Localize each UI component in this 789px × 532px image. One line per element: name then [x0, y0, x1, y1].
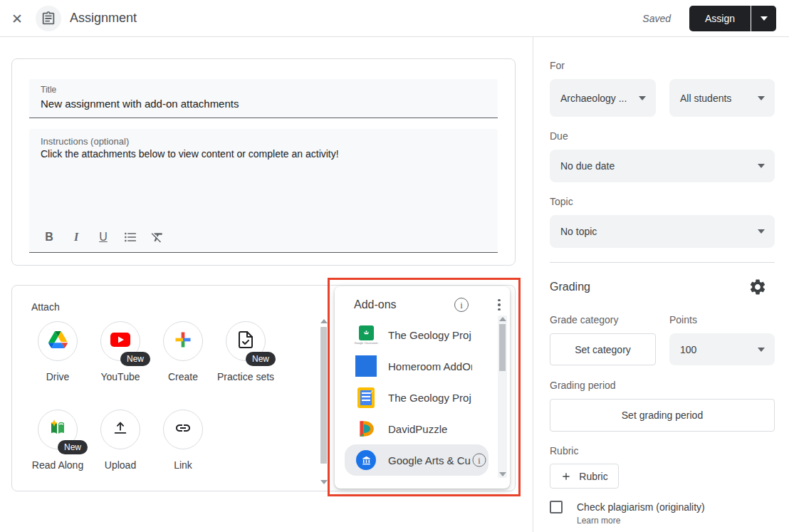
- students-select[interactable]: All students: [669, 79, 775, 117]
- addon-item-davidpuzzle[interactable]: DavidPuzzle: [345, 413, 488, 444]
- chevron-down-icon: [758, 164, 765, 168]
- close-icon[interactable]: ✕: [9, 10, 26, 27]
- attach-section-label: Attach: [31, 301, 60, 313]
- scrollbar-thumb[interactable]: [320, 327, 327, 464]
- assign-split-button: Assign: [689, 6, 776, 31]
- chevron-down-icon: [758, 229, 765, 234]
- top-bar: ✕ Assignment Saved Assign: [0, 0, 789, 37]
- assignment-icon: [36, 6, 61, 31]
- addons-scrollbar[interactable]: [498, 315, 507, 478]
- title-input[interactable]: Title New assignment with add-on attachm…: [29, 79, 498, 118]
- for-label: For: [550, 60, 565, 71]
- addon-item-label: Google Arts & Cu: [388, 454, 471, 466]
- attach-option-create[interactable]: Create: [149, 321, 217, 384]
- students-select-value: All students: [680, 93, 731, 104]
- scroll-down-icon[interactable]: [320, 480, 328, 484]
- addon-info-icon[interactable]: [472, 454, 486, 467]
- add-rubric-label: Rubric: [579, 471, 607, 482]
- addon-item-arts-culture[interactable]: Google Arts & Cu: [345, 444, 488, 476]
- page-title: Assignment: [70, 11, 137, 26]
- plus-icon: [560, 471, 572, 482]
- points-value: 100: [680, 344, 696, 355]
- due-date-value: No due date: [560, 160, 615, 172]
- attach-option-link[interactable]: Link: [149, 410, 217, 472]
- class-select[interactable]: Archaeology ...: [550, 79, 656, 117]
- bold-icon[interactable]: B: [41, 229, 58, 246]
- addon-item-label: DavidPuzzle: [388, 423, 447, 435]
- clear-formatting-icon[interactable]: [149, 229, 166, 246]
- attach-option-label: Upload: [86, 458, 155, 472]
- classroom-icon: Google Classroom: [355, 325, 377, 345]
- attach-option-read-along[interactable]: New Read Along: [23, 410, 92, 472]
- chevron-down-icon: [639, 96, 646, 100]
- bulleted-list-icon[interactable]: [122, 229, 139, 246]
- scroll-down-icon[interactable]: [499, 472, 506, 476]
- attach-option-label: Drive: [23, 370, 92, 384]
- addons-info-icon[interactable]: [454, 298, 469, 312]
- due-label: Due: [550, 130, 568, 142]
- format-toolbar: B I U: [41, 229, 166, 246]
- attach-option-drive[interactable]: Drive: [23, 321, 92, 384]
- addon-item-label: Homeroom AddOn: [388, 360, 472, 372]
- set-category-button[interactable]: Set category: [550, 333, 656, 365]
- topic-select[interactable]: No topic: [550, 215, 775, 248]
- addon-item-homeroom[interactable]: Homeroom AddOn: [345, 350, 488, 382]
- clipboard-icon: ✓: [355, 387, 377, 408]
- scroll-up-icon[interactable]: [499, 317, 506, 321]
- set-grading-period-label: Set grading period: [622, 410, 703, 421]
- blue-square-icon: [355, 355, 377, 377]
- plagiarism-checkbox[interactable]: [550, 501, 563, 513]
- drive-icon: [48, 331, 68, 351]
- add-rubric-button[interactable]: Rubric: [550, 464, 619, 489]
- attach-option-label: YouTube: [86, 370, 155, 384]
- chevron-down-icon: [758, 96, 765, 100]
- italic-icon[interactable]: I: [68, 229, 85, 246]
- points-select[interactable]: 100: [669, 333, 775, 365]
- due-date-select[interactable]: No due date: [550, 150, 775, 182]
- points-label: Points: [669, 314, 697, 325]
- set-category-label: Set category: [575, 344, 631, 355]
- learn-more-link[interactable]: Learn more: [577, 516, 620, 526]
- addons-overflow-menu-icon[interactable]: [492, 297, 506, 313]
- grading-section-title: Grading: [550, 281, 590, 293]
- attach-option-youtube[interactable]: New YouTube: [86, 321, 155, 384]
- link-icon: [174, 419, 192, 439]
- topic-value: No topic: [560, 226, 597, 237]
- topic-label: Topic: [550, 196, 573, 207]
- attach-scrollbar[interactable]: [320, 318, 328, 486]
- d-logo-icon: [355, 419, 377, 438]
- assign-dropdown-button[interactable]: [751, 6, 776, 31]
- attach-option-upload[interactable]: Upload: [86, 410, 155, 472]
- scrollbar-thumb[interactable]: [499, 324, 506, 371]
- instructions-input[interactable]: Instructions (optional) Click the attach…: [29, 129, 498, 253]
- read-along-icon: [48, 419, 68, 440]
- practice-sets-icon: [237, 330, 254, 352]
- museum-icon: [355, 450, 377, 470]
- title-input-label: Title: [41, 85, 486, 95]
- addon-item-geology-1[interactable]: Google Classroom The Geology Proj...: [345, 319, 488, 350]
- addon-item-label: The Geology Proj...: [388, 392, 472, 404]
- grading-divider: [550, 262, 775, 263]
- gear-icon[interactable]: [748, 278, 767, 296]
- underline-icon[interactable]: U: [95, 229, 112, 246]
- addon-item-geology-2[interactable]: ✓ The Geology Proj...: [345, 382, 488, 413]
- instructions-input-label: Instructions (optional): [41, 136, 486, 147]
- set-grading-period-button[interactable]: Set grading period: [550, 399, 775, 432]
- attach-option-practice-sets[interactable]: New Practice sets: [211, 321, 280, 384]
- grade-category-label: Grade category: [550, 314, 619, 325]
- attach-option-label: Read Along: [23, 458, 92, 472]
- assign-button[interactable]: Assign: [689, 6, 751, 31]
- scroll-up-icon[interactable]: [320, 319, 328, 323]
- plagiarism-label: Check plagiarism (originality): [577, 501, 705, 513]
- new-badge: New: [58, 440, 88, 454]
- saved-status: Saved: [642, 13, 671, 24]
- new-badge: New: [120, 352, 150, 366]
- addon-item-label: The Geology Proj...: [388, 329, 472, 341]
- chevron-down-icon: [758, 348, 765, 352]
- attach-option-label: Create: [149, 370, 217, 384]
- grading-period-label: Grading period: [550, 380, 616, 391]
- attach-option-label: Link: [149, 458, 217, 472]
- addons-popup-title: Add-ons: [354, 298, 397, 311]
- youtube-icon: [110, 333, 130, 350]
- create-plus-icon: [173, 330, 193, 353]
